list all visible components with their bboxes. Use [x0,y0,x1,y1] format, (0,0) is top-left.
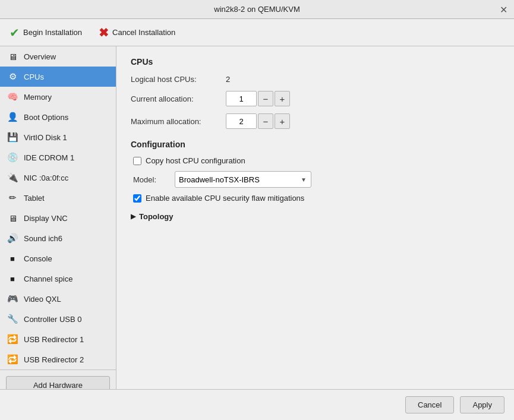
sidebar-item-label: Boot Options [24,113,68,122]
sidebar-item-ide-cdrom[interactable]: 💿 IDE CDROM 1 [0,147,116,168]
current-allocation-input[interactable]: 1 [226,91,257,106]
copy-host-cpu-row: Copy host CPU configuration [131,156,500,165]
overview-icon: 🖥 [6,50,19,63]
cancel-button[interactable]: Cancel [405,396,454,413]
sidebar: 🖥 Overview ⚙ CPUs 🧠 Memory 👤 Boot Option… [0,46,116,389]
model-row: Model: Broadwell-noTSX-IBRS Broadwell Ha… [131,171,500,188]
current-allocation-label: Current allocation: [131,94,226,103]
sidebar-item-nic[interactable]: 🔌 NIC :0a:0f:cc [0,168,116,188]
configuration-section: Configuration Copy host CPU configuratio… [131,140,500,203]
cdrom-icon: 💿 [6,151,19,164]
close-icon[interactable]: ✕ [497,4,509,15]
window-title: win2k8-2 on QEMU/KVM [214,5,300,14]
maximum-allocation-label: Maximum allocation: [131,117,226,126]
sidebar-item-video-qxl[interactable]: 🎮 Video QXL [0,289,116,309]
model-select[interactable]: Broadwell-noTSX-IBRS Broadwell Haswell I… [175,171,311,188]
topology-arrow-icon: ▶ [131,213,135,220]
cancel-installation-button[interactable]: ✖ Cancel Installation [96,24,178,41]
enable-security-row: Enable available CPU security flaw mitig… [131,194,500,203]
configuration-title: Configuration [131,140,500,149]
toolbar: ✔ Begin Installation ✖ Cancel Installati… [0,19,514,46]
usb-redir1-icon: 🔁 [6,333,19,346]
sidebar-item-label: USB Redirector 2 [24,355,84,364]
channel-icon: ■ [6,272,19,285]
sidebar-item-memory[interactable]: 🧠 Memory [0,87,116,107]
copy-host-cpu-checkbox[interactable] [133,157,141,165]
sidebar-item-label: Tablet [24,194,45,203]
cpus-section-title: CPUs [131,57,500,67]
sidebar-item-console[interactable]: ■ Console [0,248,116,269]
sidebar-item-display-vnc[interactable]: 🖥 Display VNC [0,208,116,228]
sidebar-item-label: Memory [24,93,52,102]
logical-host-cpus-row: Logical host CPUs: 2 [131,75,500,84]
enable-security-label[interactable]: Enable available CPU security flaw mitig… [146,194,304,203]
maximum-allocation-row: Maximum allocation: 2 − + [131,113,500,129]
sidebar-item-sound[interactable]: 🔊 Sound ich6 [0,228,116,248]
memory-icon: 🧠 [6,90,19,103]
sidebar-item-overview[interactable]: 🖥 Overview [0,46,116,67]
sidebar-item-label: Console [24,254,52,263]
sidebar-item-cpus[interactable]: ⚙ CPUs [0,67,116,87]
tablet-icon: ✏ [6,191,19,204]
topology-label: Topology [139,212,174,221]
sidebar-item-label: Overview [24,52,56,61]
maximum-allocation-control: 2 − + [226,113,290,129]
sound-icon: 🔊 [6,232,19,245]
current-allocation-increment[interactable]: + [275,91,290,106]
vnc-icon: 🖥 [6,211,19,225]
title-bar: win2k8-2 on QEMU/KVM ✕ [0,0,514,19]
model-select-wrapper: Broadwell-noTSX-IBRS Broadwell Haswell I… [175,171,311,188]
sidebar-item-usb-redirector-1[interactable]: 🔁 USB Redirector 1 [0,329,116,349]
check-icon: ✔ [10,26,20,40]
sidebar-item-virtio-disk[interactable]: 💾 VirtIO Disk 1 [0,127,116,147]
current-allocation-decrement[interactable]: − [258,91,273,106]
logical-host-cpus-label: Logical host CPUs: [131,75,226,84]
copy-host-cpu-label[interactable]: Copy host CPU configuration [146,156,245,165]
begin-installation-label: Begin Installation [23,28,82,37]
begin-installation-button[interactable]: ✔ Begin Installation [7,24,84,41]
nic-icon: 🔌 [6,171,19,184]
disk-icon: 💾 [6,131,19,144]
current-allocation-row: Current allocation: 1 − + [131,91,500,106]
sidebar-item-tablet[interactable]: ✏ Tablet [0,188,116,208]
enable-security-checkbox[interactable] [133,194,141,203]
content-area: CPUs Logical host CPUs: 2 Current alloca… [116,46,514,389]
topology-row[interactable]: ▶ Topology [131,212,500,221]
sidebar-footer: Add Hardware [0,370,116,389]
sidebar-item-label: CPUs [24,72,44,81]
sidebar-item-boot-options[interactable]: 👤 Boot Options [0,107,116,127]
maximum-allocation-input[interactable]: 2 [226,113,257,129]
sidebar-item-usb-redirector-2[interactable]: 🔁 USB Redirector 2 [0,349,116,370]
maximum-allocation-increment[interactable]: + [275,113,290,129]
apply-button[interactable]: Apply [460,396,504,413]
sidebar-item-label: Controller USB 0 [24,315,82,324]
boot-icon: 👤 [6,110,19,124]
usb-ctrl-icon: 🔧 [6,312,19,326]
cancel-installation-label: Cancel Installation [112,28,175,37]
add-hardware-button[interactable]: Add Hardware [6,376,110,389]
cpu-icon: ⚙ [6,70,19,83]
model-label: Model: [133,175,169,184]
sidebar-item-label: VirtIO Disk 1 [24,133,67,142]
sidebar-item-label: USB Redirector 1 [24,335,84,344]
video-icon: 🎮 [6,292,19,305]
usb-redir2-icon: 🔁 [6,353,19,366]
bottom-bar: Cancel Apply [0,389,514,420]
logical-host-cpus-value: 2 [226,75,230,84]
sidebar-item-label: Video QXL [24,295,61,304]
sidebar-item-controller-usb[interactable]: 🔧 Controller USB 0 [0,309,116,329]
maximum-allocation-decrement[interactable]: − [258,113,273,129]
sidebar-item-label: Channel spice [24,274,72,283]
sidebar-item-label: Sound ich6 [24,234,62,243]
sidebar-item-label: Display VNC [24,214,68,223]
sidebar-item-channel-spice[interactable]: ■ Channel spice [0,269,116,289]
main-area: 🖥 Overview ⚙ CPUs 🧠 Memory 👤 Boot Option… [0,46,514,389]
current-allocation-control: 1 − + [226,91,290,106]
x-icon: ✖ [99,26,109,40]
console-icon: ■ [6,252,19,265]
sidebar-item-label: NIC :0a:0f:cc [24,173,68,182]
sidebar-item-label: IDE CDROM 1 [24,153,74,162]
